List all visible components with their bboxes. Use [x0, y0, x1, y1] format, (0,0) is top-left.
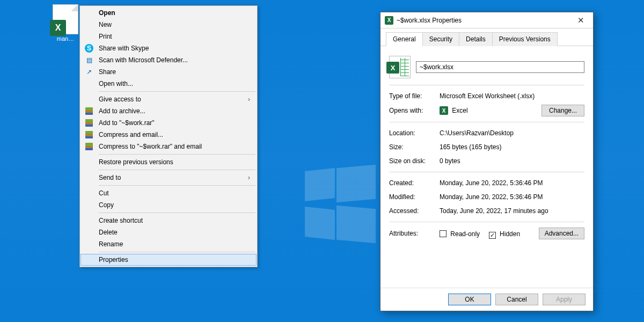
close-button[interactable]: ✕ [568, 12, 593, 28]
menu-delete-label: Delete [99, 229, 118, 236]
windows-logo-watermark [301, 166, 376, 241]
type-label: Type of file: [389, 92, 440, 100]
hidden-checkbox[interactable]: ✓ [489, 232, 496, 239]
share-icon: ↗ [85, 68, 93, 76]
menu-create-shortcut[interactable]: Create shortcut [80, 215, 257, 226]
menu-separator [99, 213, 255, 213]
divider [389, 172, 584, 172]
attributes-value: Read-only ✓ Hidden [440, 229, 539, 238]
desktop-file-label: man… [48, 35, 83, 42]
desktop-file[interactable]: X man… [48, 4, 83, 42]
sizeondisk-value: 0 bytes [440, 157, 584, 165]
readonly-checkbox[interactable] [440, 230, 447, 237]
excel-badge-icon: X [50, 20, 66, 36]
menu-properties[interactable]: Properties [80, 254, 257, 266]
menu-defender[interactable]: ▤ Scan with Microsoft Defender... [80, 54, 257, 66]
menu-cut[interactable]: Cut [80, 187, 257, 199]
openswith-value: X Excel [440, 106, 541, 115]
menu-add-named-rar-label: Add to "~$work.rar" [99, 119, 155, 127]
openswith-app-name: Excel [452, 107, 467, 114]
menu-properties-label: Properties [99, 256, 128, 264]
change-button[interactable]: Change... [541, 105, 584, 116]
openswith-label: Opens with: [389, 107, 440, 114]
menu-separator [99, 154, 255, 155]
cancel-button[interactable]: Cancel [495, 294, 538, 305]
attributes-label: Attributes: [389, 230, 440, 237]
tab-previous-versions[interactable]: Previous Versions [492, 32, 558, 46]
winrar-icon [85, 119, 93, 127]
chevron-right-icon: › [248, 174, 250, 181]
menu-compress-named-email-label: Compress to "~$work.rar" and email [99, 143, 202, 150]
menu-print[interactable]: Print [80, 31, 257, 42]
size-label: Size: [389, 143, 440, 151]
divider [389, 122, 584, 122]
menu-rename[interactable]: Rename [80, 238, 257, 250]
menu-compress-email[interactable]: Compress and email... [80, 129, 257, 141]
menu-separator [99, 91, 255, 92]
winrar-icon [85, 142, 93, 151]
menu-restore-previous-label: Restore previous versions [99, 158, 173, 166]
window-title: ~$work.xlsx Properties [397, 17, 462, 24]
advanced-button[interactable]: Advanced... [539, 228, 584, 239]
menu-share-skype[interactable]: S Share with Skype [80, 42, 257, 54]
menu-add-archive[interactable]: Add to archive... [80, 105, 257, 117]
created-label: Created: [389, 179, 440, 187]
modified-value: Monday, June 20, 2022, 5:36:46 PM [440, 193, 584, 201]
winrar-icon [85, 107, 93, 115]
menu-delete[interactable]: Delete [80, 226, 257, 238]
accessed-value: Today, June 20, 2022, 17 minutes ago [440, 207, 584, 215]
menu-rename-label: Rename [99, 240, 123, 248]
menu-separator [99, 252, 255, 252]
dialog-buttons: OK Cancel Apply [380, 288, 593, 311]
tabs: General Security Details Previous Versio… [380, 28, 593, 46]
context-menu: Open New Print S Share with Skype ▤ Scan… [79, 5, 258, 267]
menu-new-label: New [99, 21, 112, 28]
menu-separator [99, 185, 255, 186]
menu-give-access-label: Give access to [99, 96, 141, 103]
menu-add-named-rar[interactable]: Add to "~$work.rar" [80, 117, 257, 129]
modified-label: Modified: [389, 193, 440, 201]
filename-input[interactable] [416, 61, 584, 73]
accessed-label: Accessed: [389, 207, 440, 215]
menu-give-access[interactable]: Give access to › [80, 93, 257, 105]
menu-open[interactable]: Open [80, 7, 257, 19]
menu-copy-label: Copy [99, 201, 114, 209]
menu-send-to-label: Send to [99, 174, 121, 181]
menu-share-skype-label: Share with Skype [99, 45, 149, 52]
menu-restore-previous[interactable]: Restore previous versions [80, 156, 257, 168]
menu-share-label: Share [99, 68, 116, 76]
menu-open-with-label: Open with... [99, 80, 133, 87]
menu-cut-label: Cut [99, 189, 109, 197]
tab-security[interactable]: Security [422, 32, 459, 46]
menu-compress-email-label: Compress and email... [99, 131, 163, 138]
menu-separator [99, 170, 255, 170]
menu-new[interactable]: New [80, 19, 257, 31]
properties-dialog: X ~$work.xlsx Properties ✕ General Secur… [380, 12, 594, 311]
divider [389, 85, 584, 85]
created-value: Monday, June 20, 2022, 5:36:46 PM [440, 179, 584, 187]
menu-open-with[interactable]: Open with... [80, 78, 257, 90]
readonly-label: Read-only [450, 230, 480, 238]
menu-open-label: Open [99, 9, 115, 17]
winrar-icon [85, 130, 93, 139]
menu-compress-named-email[interactable]: Compress to "~$work.rar" and email [80, 141, 257, 152]
properties-body: X Type of file: Microsoft Excel Workshee… [380, 46, 593, 288]
titlebar[interactable]: X ~$work.xlsx Properties ✕ [380, 12, 593, 28]
menu-create-shortcut-label: Create shortcut [99, 217, 143, 224]
type-value: Microsoft Excel Worksheet (.xlsx) [440, 92, 584, 100]
menu-defender-label: Scan with Microsoft Defender... [99, 56, 188, 64]
menu-share[interactable]: ↗ Share [80, 66, 257, 78]
ok-button[interactable]: OK [448, 294, 491, 305]
menu-copy[interactable]: Copy [80, 199, 257, 211]
apply-button[interactable]: Apply [543, 294, 586, 305]
location-label: Location: [389, 129, 440, 137]
excel-file-icon: X [389, 56, 411, 78]
excel-file-icon: X [53, 4, 78, 34]
hidden-label: Hidden [500, 230, 520, 238]
size-value: 165 bytes (165 bytes) [440, 143, 584, 151]
excel-file-icon: X [385, 16, 393, 25]
chevron-right-icon: › [248, 96, 250, 103]
tab-general[interactable]: General [386, 32, 423, 46]
tab-details[interactable]: Details [459, 32, 493, 46]
menu-send-to[interactable]: Send to › [80, 172, 257, 184]
